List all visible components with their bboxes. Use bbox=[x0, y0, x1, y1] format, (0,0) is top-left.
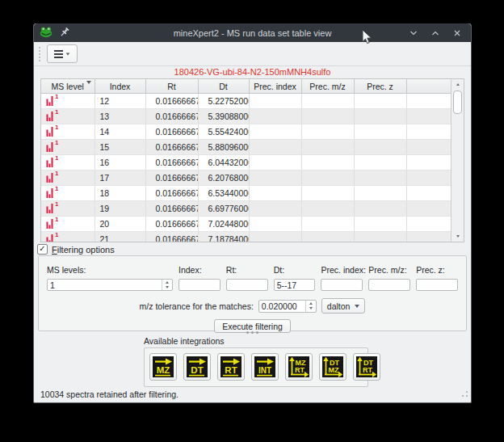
cell-index[interactable]: 12 bbox=[94, 94, 145, 109]
table-row[interactable]: 1 14 0.01666667 5.55424000 bbox=[41, 124, 451, 140]
filtering-options-label[interactable]: Filtering options bbox=[52, 245, 115, 255]
cell-rt[interactable]: 0.01666667 bbox=[145, 124, 198, 140]
cell-prec-index[interactable] bbox=[249, 124, 301, 140]
table-row[interactable]: 1 21 0.01666667 7.18784000 bbox=[41, 232, 451, 242]
minimize-icon[interactable] bbox=[409, 28, 418, 38]
scroll-down-icon[interactable] bbox=[452, 231, 464, 242]
integrate-dt-mz-button[interactable]: DT MZ bbox=[319, 353, 346, 381]
cell-prec-index[interactable] bbox=[249, 201, 301, 217]
table-row[interactable]: 1 16 0.01666667 6.04432000 bbox=[41, 155, 451, 170]
cell-prec-mz[interactable] bbox=[301, 94, 354, 109]
cell-index[interactable]: 19 bbox=[94, 201, 145, 217]
cell-prec-mz[interactable] bbox=[301, 201, 354, 217]
cell-prec-mz[interactable] bbox=[301, 140, 354, 155]
cell-prec-index[interactable] bbox=[249, 140, 301, 155]
cell-dt[interactable]: 5.39088000 bbox=[198, 109, 249, 124]
cell-rt[interactable]: 0.01666667 bbox=[145, 232, 198, 242]
cell-dt[interactable]: 7.18784000 bbox=[198, 232, 249, 242]
cell-dt[interactable]: 6.53440000 bbox=[198, 186, 249, 201]
integrate-int-button[interactable]: INT bbox=[251, 353, 279, 381]
table-row[interactable]: 1 15 0.01666667 5.88096000 bbox=[41, 140, 451, 155]
titlebar[interactable]: mineXpert2 - MS run data set table view bbox=[34, 23, 471, 42]
rt-field[interactable] bbox=[226, 279, 268, 291]
cell-prec-z[interactable] bbox=[354, 94, 406, 109]
prec-index-field[interactable] bbox=[321, 279, 363, 291]
cell-prec-index[interactable] bbox=[249, 232, 301, 242]
cell-prec-mz[interactable] bbox=[301, 124, 354, 140]
cell-prec-mz[interactable] bbox=[301, 109, 354, 124]
mz-tolerance-input[interactable] bbox=[259, 301, 305, 312]
vertical-scrollbar[interactable] bbox=[451, 79, 464, 242]
cell-ms-level[interactable]: 1 bbox=[41, 170, 94, 186]
ms-levels-input[interactable] bbox=[48, 280, 162, 290]
cell-prec-mz[interactable] bbox=[301, 217, 354, 232]
mz-tolerance-spinner[interactable] bbox=[258, 300, 317, 313]
cell-index[interactable]: 21 bbox=[94, 232, 145, 242]
cell-ms-level[interactable]: 1 bbox=[41, 217, 94, 232]
cell-prec-index[interactable] bbox=[249, 155, 301, 170]
column-header-prec-z[interactable]: Prec. z bbox=[354, 79, 406, 94]
dt-field[interactable] bbox=[274, 279, 316, 291]
cell-ms-level[interactable]: 1 bbox=[41, 109, 94, 124]
splitter-handle[interactable] bbox=[34, 331, 471, 335]
cell-dt[interactable]: 7.02448000 bbox=[198, 217, 249, 232]
prec-mz-field[interactable] bbox=[368, 279, 410, 291]
cell-prec-z[interactable] bbox=[354, 170, 406, 186]
pin-icon[interactable] bbox=[60, 27, 70, 40]
cell-index[interactable]: 18 bbox=[94, 186, 145, 201]
table-row[interactable]: 1 18 0.01666667 6.53440000 bbox=[41, 186, 451, 201]
maximize-icon[interactable] bbox=[430, 28, 440, 38]
cell-index[interactable]: 17 bbox=[94, 170, 145, 186]
column-header-index[interactable]: Index bbox=[94, 79, 145, 94]
cell-prec-index[interactable] bbox=[249, 186, 301, 201]
table-row[interactable]: 1 17 0.01666667 6.20768000 bbox=[41, 170, 451, 186]
cell-rt[interactable]: 0.01666667 bbox=[145, 186, 198, 201]
spinner-arrows-icon[interactable] bbox=[162, 280, 172, 290]
prec-z-field[interactable] bbox=[416, 279, 458, 291]
integrate-dt-rt-button[interactable]: DT RT bbox=[353, 353, 380, 381]
cell-prec-z[interactable] bbox=[354, 109, 406, 124]
toolbar-drag-handle[interactable] bbox=[39, 47, 43, 61]
cell-dt[interactable]: 6.69776000 bbox=[198, 201, 249, 217]
cell-index[interactable]: 15 bbox=[94, 140, 145, 155]
cell-dt[interactable]: 5.22752000 bbox=[198, 94, 249, 109]
column-header-ms-level[interactable]: MS level bbox=[41, 79, 94, 94]
integrate-mz-rt-button[interactable]: MZ RT bbox=[285, 353, 313, 381]
cell-rt[interactable]: 0.01666667 bbox=[145, 140, 198, 155]
scroll-up-icon[interactable] bbox=[452, 79, 464, 90]
cell-prec-index[interactable] bbox=[249, 94, 301, 109]
cell-ms-level[interactable]: 1 bbox=[41, 186, 94, 201]
cell-dt[interactable]: 5.88096000 bbox=[198, 140, 249, 155]
cell-rt[interactable]: 0.01666667 bbox=[145, 109, 198, 124]
cell-ms-level[interactable]: 1 bbox=[41, 201, 94, 217]
index-field[interactable] bbox=[178, 279, 220, 291]
main-menu-button[interactable] bbox=[47, 44, 78, 63]
cell-prec-z[interactable] bbox=[354, 155, 406, 170]
cell-prec-z[interactable] bbox=[354, 186, 406, 201]
cell-dt[interactable]: 5.55424000 bbox=[198, 124, 249, 140]
cell-prec-z[interactable] bbox=[354, 124, 406, 140]
ms-levels-spinner[interactable] bbox=[47, 279, 173, 291]
cell-prec-mz[interactable] bbox=[301, 170, 354, 186]
filtering-checkbox[interactable]: ✓ bbox=[37, 244, 48, 255]
table-row[interactable]: 1 12 0.01666667 5.22752000 bbox=[41, 94, 451, 109]
table-row[interactable]: 1 19 0.01666667 6.69776000 bbox=[41, 201, 451, 217]
table-row[interactable]: 1 20 0.01666667 7.02448000 bbox=[41, 217, 451, 232]
cell-ms-level[interactable]: 1 bbox=[41, 94, 94, 109]
cell-ms-level[interactable]: 1 bbox=[41, 124, 94, 140]
cell-prec-index[interactable] bbox=[249, 109, 301, 124]
tolerance-unit-dropdown[interactable]: dalton bbox=[321, 298, 366, 314]
scrollbar-thumb[interactable] bbox=[453, 91, 462, 114]
integrate-dt-button[interactable]: DT bbox=[183, 353, 211, 381]
close-icon[interactable] bbox=[452, 28, 462, 38]
resize-grip-icon[interactable] bbox=[461, 389, 468, 399]
table-row[interactable]: 1 13 0.01666667 5.39088000 bbox=[41, 109, 451, 124]
cell-prec-mz[interactable] bbox=[301, 232, 354, 242]
cell-prec-z[interactable] bbox=[354, 140, 406, 155]
cell-prec-index[interactable] bbox=[249, 170, 301, 186]
integrate-mz-button[interactable]: MZ bbox=[149, 353, 177, 381]
cell-prec-index[interactable] bbox=[249, 217, 301, 232]
cell-index[interactable]: 13 bbox=[94, 109, 145, 124]
cell-index[interactable]: 14 bbox=[94, 124, 145, 140]
cell-index[interactable]: 20 bbox=[94, 217, 145, 232]
